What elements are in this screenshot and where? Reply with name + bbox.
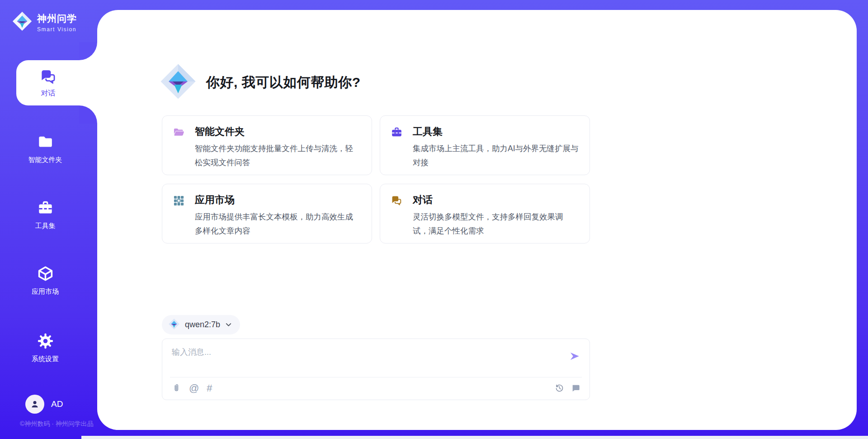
tab-connector-bottom <box>79 105 97 124</box>
sidebar-item-settings[interactable]: 系统设置 <box>0 333 90 363</box>
folder-open-icon <box>173 125 195 140</box>
grid-icon <box>173 193 195 209</box>
copyright: ©神州数码 · 神州问学出品 <box>14 420 104 428</box>
user-initials: AD <box>51 399 63 409</box>
sidebar: 神州问学 Smart Vision 对话 智能文件夹 <box>0 0 97 439</box>
feature-card-smart-folder[interactable]: 智能文件夹 智能文件夹功能支持批量文件上传与清洗，轻松实现文件问答 <box>162 115 372 175</box>
sidebar-item-label: 工具集 <box>0 222 90 230</box>
composer-divider <box>170 377 582 377</box>
brand: 神州问学 Smart Vision <box>12 11 77 33</box>
sidebar-item-label: 应用市场 <box>0 287 90 296</box>
sidebar-item-chat[interactable]: 对话 <box>16 60 97 105</box>
chevron-down-icon <box>225 321 232 328</box>
briefcase-icon <box>391 125 413 140</box>
brand-subtitle: Smart Vision <box>37 26 77 33</box>
avatar <box>25 395 44 414</box>
briefcase-icon <box>37 210 54 218</box>
comment-icon[interactable] <box>571 383 580 393</box>
sidebar-item-label: 对话 <box>41 89 56 98</box>
sidebar-item-label: 智能文件夹 <box>0 156 90 164</box>
greeting: 你好, 我可以如何帮助你? <box>159 62 361 102</box>
card-title: 对话 <box>413 193 579 207</box>
user-profile[interactable]: AD <box>25 395 63 414</box>
diamond-logo <box>168 318 180 332</box>
hash-icon[interactable]: # <box>207 383 212 393</box>
composer-tools-left: @ # <box>172 383 212 393</box>
feature-cards: 智能文件夹 智能文件夹功能支持批量文件上传与清洗，轻松实现文件问答 工具集 集成… <box>162 115 590 243</box>
card-title: 工具集 <box>413 125 579 138</box>
horizontal-scrollbar[interactable] <box>81 436 868 439</box>
diamond-logo <box>12 11 33 33</box>
sidebar-item-toolset[interactable]: 工具集 <box>0 200 90 230</box>
card-title: 应用市场 <box>195 193 361 207</box>
card-description: 集成市场上主流工具，助力AI与外界无缝扩展与对接 <box>413 142 579 170</box>
brand-text: 神州问学 Smart Vision <box>37 12 77 33</box>
brand-name: 神州问学 <box>37 12 77 25</box>
message-composer: @ # <box>162 339 590 400</box>
paperclip-icon[interactable] <box>172 383 181 393</box>
sidebar-item-smart-folder[interactable]: 智能文件夹 <box>0 134 90 164</box>
feature-card-toolset[interactable]: 工具集 集成市场上主流工具，助力AI与外界无缝扩展与对接 <box>380 115 590 175</box>
card-description: 灵活切换多模型文件，支持多样回复效果调试，满足个性化需求 <box>413 210 579 238</box>
card-description: 应用市场提供丰富长文本模板，助力高效生成多样化文章内容 <box>195 210 361 238</box>
chat-icon <box>39 68 57 86</box>
chat-icon <box>391 193 413 209</box>
card-title: 智能文件夹 <box>195 125 361 138</box>
folder-icon <box>37 144 54 152</box>
history-icon[interactable] <box>555 383 564 393</box>
greeting-title: 你好, 我可以如何帮助你? <box>206 73 361 92</box>
diamond-logo <box>159 62 197 102</box>
cube-icon <box>37 276 54 283</box>
message-input[interactable] <box>162 339 590 371</box>
feature-card-app-market[interactable]: 应用市场 应用市场提供丰富长文本模板，助力高效生成多样化文章内容 <box>162 184 372 243</box>
gear-icon <box>37 343 54 351</box>
sidebar-item-label: 系统设置 <box>0 355 90 363</box>
feature-card-chat[interactable]: 对话 灵活切换多模型文件，支持多样回复效果调试，满足个性化需求 <box>380 184 590 243</box>
model-name: qwen2:7b <box>185 320 220 329</box>
sidebar-item-app-market[interactable]: 应用市场 <box>0 265 90 296</box>
model-selector[interactable]: qwen2:7b <box>162 315 240 334</box>
composer-tools-right <box>555 383 580 393</box>
send-icon[interactable] <box>568 350 581 363</box>
at-icon[interactable]: @ <box>189 383 199 393</box>
tab-connector-top <box>79 42 97 60</box>
card-description: 智能文件夹功能支持批量文件上传与清洗，轻松实现文件问答 <box>195 142 361 170</box>
